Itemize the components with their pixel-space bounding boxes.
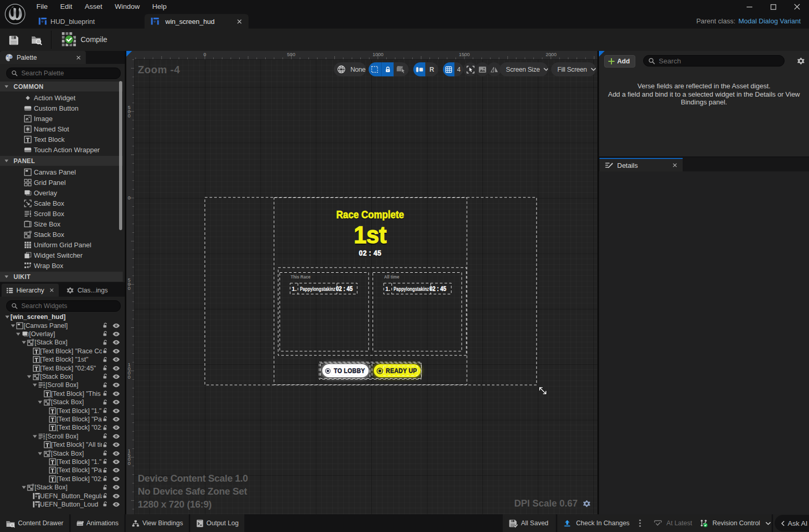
visibility-eye-icon[interactable] <box>112 476 120 482</box>
design-title[interactable]: Race Complete <box>334 209 407 220</box>
palette-section-common[interactable]: COMMON <box>0 82 123 91</box>
browse-to-asset-button[interactable] <box>29 33 44 47</box>
lock-open-icon[interactable] <box>102 382 109 389</box>
lock-open-icon[interactable] <box>102 407 109 414</box>
lock-open-icon[interactable] <box>102 416 109 422</box>
verse-settings-button[interactable] <box>797 57 805 65</box>
palette-item-wrap-box[interactable]: Wrap Box <box>24 260 63 271</box>
visibility-eye-icon[interactable] <box>112 494 120 499</box>
lock-open-icon[interactable] <box>102 484 109 491</box>
expand-arrow-icon[interactable] <box>32 382 37 388</box>
lock-open-icon[interactable] <box>102 501 109 508</box>
hierarchy-row[interactable]: [Text Block] "All time" <box>0 441 125 449</box>
localization-preview-toggle[interactable] <box>413 62 425 76</box>
save-button[interactable] <box>6 33 21 47</box>
lock-open-icon[interactable] <box>102 467 109 474</box>
visibility-eye-icon[interactable] <box>112 382 120 388</box>
all-saved-button[interactable]: All Saved <box>503 514 556 532</box>
visibility-eye-icon[interactable] <box>112 374 120 379</box>
hierarchy-row[interactable]: [Scroll Box] <box>0 381 125 389</box>
visibility-eye-icon[interactable] <box>112 408 120 414</box>
palette-item-size-box[interactable]: Size Box <box>24 219 60 229</box>
tab-class-settings[interactable]: Clas...ings <box>61 284 112 297</box>
hierarchy-row[interactable]: [Text Block] "Race Complete" <box>0 347 125 355</box>
visibility-eye-icon[interactable] <box>112 417 120 422</box>
hierarchy-row[interactable]: [Text Block] "02:45" <box>0 475 125 483</box>
visibility-eye-icon[interactable] <box>112 357 120 362</box>
lock-open-icon[interactable] <box>102 442 109 448</box>
visibility-eye-icon[interactable] <box>112 323 120 328</box>
palette-section-uikit[interactable]: UIKIT <box>0 272 123 282</box>
palette-item-named-slot[interactable]: Named Slot <box>24 124 69 134</box>
board-row-this-race[interactable]: 1. Pappylongstakinz 02 : 45 <box>292 285 357 292</box>
maximize-button[interactable] <box>761 0 785 14</box>
designer-viewport[interactable]: Race Complete 1st 02 : 45 This Race 1. P… <box>126 51 597 514</box>
board-caption-all-time[interactable]: All time <box>384 274 399 280</box>
expand-arrow-icon[interactable] <box>10 323 16 328</box>
compile-button[interactable]: Compile <box>61 32 107 47</box>
at-latest-button[interactable]: At Latest <box>648 520 699 527</box>
design-time[interactable]: 02 : 45 <box>332 249 408 257</box>
palette-item-stack-box[interactable]: Stack Box <box>24 229 64 240</box>
hierarchy-tab-close-icon[interactable] <box>49 288 54 292</box>
resize-handle-icon[interactable] <box>538 386 547 395</box>
hierarchy-row[interactable]: [Text Block] "1." <box>0 458 125 466</box>
screen-size-dropdown[interactable]: Screen Size <box>500 62 548 76</box>
lock-open-icon[interactable] <box>102 348 109 354</box>
dpi-scale[interactable]: DPI Scale 0.67 <box>514 498 591 509</box>
board-caption-this-race[interactable]: This Race <box>291 274 310 280</box>
lock-open-icon[interactable] <box>102 339 109 346</box>
board-row-all-time[interactable]: 1. Pappylongstakinz 02 : 45 <box>385 285 450 292</box>
palette-item-uniform-grid-panel[interactable]: Uniform Grid Panel <box>24 240 92 250</box>
tab-details[interactable]: Details <box>599 158 683 171</box>
expand-arrow-icon[interactable] <box>27 374 32 379</box>
visibility-eye-icon[interactable] <box>112 502 120 507</box>
hierarchy-search-input[interactable]: Search Widgets <box>6 300 121 312</box>
palette-item-canvas-panel[interactable]: Canvas Panel <box>24 167 76 177</box>
palette-item-image[interactable]: Image <box>24 113 53 124</box>
palette-item-widget-switcher[interactable]: Widget Switcher <box>24 250 83 260</box>
visibility-eye-icon[interactable] <box>112 434 120 439</box>
lock-open-icon[interactable] <box>102 365 109 371</box>
visibility-eye-icon[interactable] <box>112 425 120 430</box>
expand-arrow-icon[interactable] <box>37 451 43 456</box>
palette-item-custom-button[interactable]: Custom Button <box>24 103 79 113</box>
visibility-eye-icon[interactable] <box>112 442 120 447</box>
localization-preview-pill[interactable]: None <box>334 62 366 76</box>
close-button[interactable] <box>785 0 809 14</box>
expand-arrow-icon[interactable] <box>21 485 27 490</box>
expand-arrow-icon[interactable] <box>21 340 27 345</box>
grid-snap-toggle[interactable] <box>443 62 454 76</box>
marquee-select-toggle[interactable] <box>369 62 381 76</box>
expand-arrow-icon[interactable] <box>5 314 10 320</box>
visibility-eye-icon[interactable] <box>112 468 120 473</box>
menu-help[interactable]: Help <box>146 0 173 14</box>
hierarchy-row[interactable]: [Text Block] "Pappylongstakinz" <box>0 415 125 423</box>
ready-up-button[interactable]: READY UP <box>374 364 421 377</box>
hierarchy-row[interactable]: [Text Block] "1." <box>0 406 125 415</box>
verse-search-input[interactable]: Search <box>643 55 785 66</box>
palette-item-action-widget[interactable]: Action Widget <box>24 92 75 103</box>
visibility-eye-icon[interactable] <box>112 459 120 464</box>
menu-file[interactable]: File <box>30 0 54 14</box>
expand-arrow-icon[interactable] <box>37 400 43 405</box>
hierarchy-row[interactable]: [Stack Box] <box>0 449 125 457</box>
menu-edit[interactable]: Edit <box>54 0 79 14</box>
view-bindings-button[interactable]: View Bindings <box>126 514 189 532</box>
visibility-eye-icon[interactable] <box>112 366 120 371</box>
hierarchy-row[interactable]: [Text Block] "1st" <box>0 355 125 364</box>
lock-open-icon[interactable] <box>102 356 109 363</box>
visibility-eye-icon[interactable] <box>112 391 120 396</box>
hierarchy-row[interactable]: [Stack Box] <box>0 483 125 491</box>
lock-open-icon[interactable] <box>102 373 109 380</box>
ask-ai-button[interactable]: Ask AI <box>775 515 809 531</box>
palette-tab-close-icon[interactable] <box>76 55 81 60</box>
hierarchy-row[interactable]: [Text Block] "02:45" <box>0 364 125 372</box>
palette-item-overlay[interactable]: Overlay <box>24 188 57 198</box>
expand-arrow-icon[interactable] <box>16 331 21 337</box>
design-place[interactable]: 1st <box>331 223 410 247</box>
lock-open-icon[interactable] <box>102 322 109 329</box>
visibility-eye-icon[interactable] <box>112 349 120 354</box>
hierarchy-row[interactable]: [Stack Box] <box>0 373 125 381</box>
tab-close-icon[interactable] <box>237 19 242 24</box>
